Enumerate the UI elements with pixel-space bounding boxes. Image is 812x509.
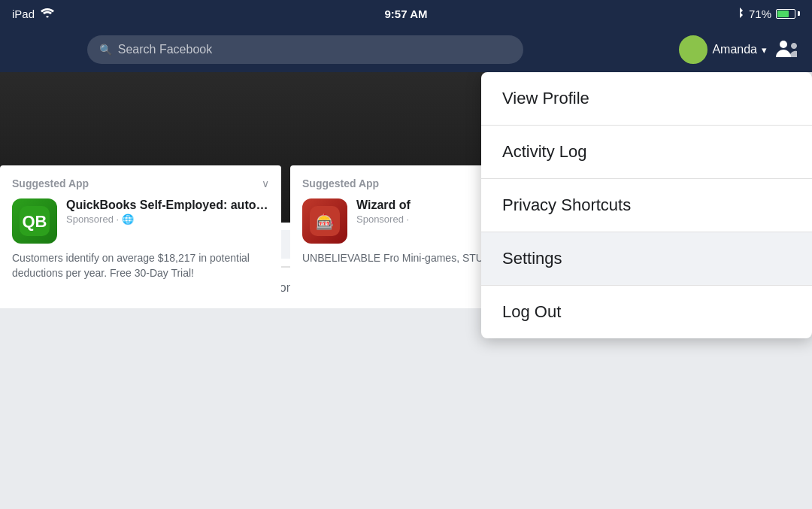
nav-bar: 🔍 Search Facebook Amanda ▾: [0, 27, 812, 72]
dropdown-item-privacy-shortcuts[interactable]: Privacy Shortcuts: [481, 179, 812, 232]
nav-right: Amanda ▾: [679, 35, 797, 64]
user-menu-trigger[interactable]: Amanda ▾: [679, 35, 767, 64]
device-label: iPad: [12, 8, 35, 20]
log-out-label: Log Out: [502, 302, 561, 322]
battery-percent: 71%: [749, 8, 771, 20]
view-profile-label: View Profile: [502, 89, 589, 108]
main-content: 👍 Like 💬 Comment ↪ Share Suggested App ∨: [0, 72, 812, 509]
user-avatar: [679, 35, 707, 64]
search-icon: 🔍: [99, 44, 112, 56]
battery-icon: [776, 9, 800, 19]
dropdown-item-settings[interactable]: Settings: [481, 232, 812, 286]
status-bar: iPad 9:57 AM 71%: [0, 0, 812, 27]
dropdown-item-view-profile[interactable]: View Profile: [481, 72, 812, 126]
wifi-icon: [41, 8, 54, 20]
bluetooth-icon: [735, 7, 744, 21]
settings-label: Settings: [502, 249, 562, 268]
search-placeholder: Search Facebook: [118, 43, 212, 56]
search-box[interactable]: 🔍 Search Facebook: [87, 35, 523, 64]
status-bar-left: iPad: [12, 8, 54, 20]
time-display: 9:57 AM: [385, 8, 428, 20]
dropdown-item-activity-log[interactable]: Activity Log: [481, 126, 812, 179]
dropdown-menu: View Profile Activity Log Privacy Shortc…: [481, 72, 812, 338]
dropdown-overlay: View Profile Activity Log Privacy Shortc…: [0, 72, 812, 509]
activity-log-label: Activity Log: [502, 142, 587, 162]
status-bar-right: 71%: [735, 7, 800, 21]
svg-point-0: [780, 41, 787, 48]
dropdown-item-log-out[interactable]: Log Out: [481, 286, 812, 338]
user-name: Amanda: [712, 43, 757, 56]
chevron-down-icon: ▾: [762, 44, 767, 56]
privacy-shortcuts-label: Privacy Shortcuts: [502, 195, 631, 215]
friends-icon[interactable]: [776, 39, 797, 61]
